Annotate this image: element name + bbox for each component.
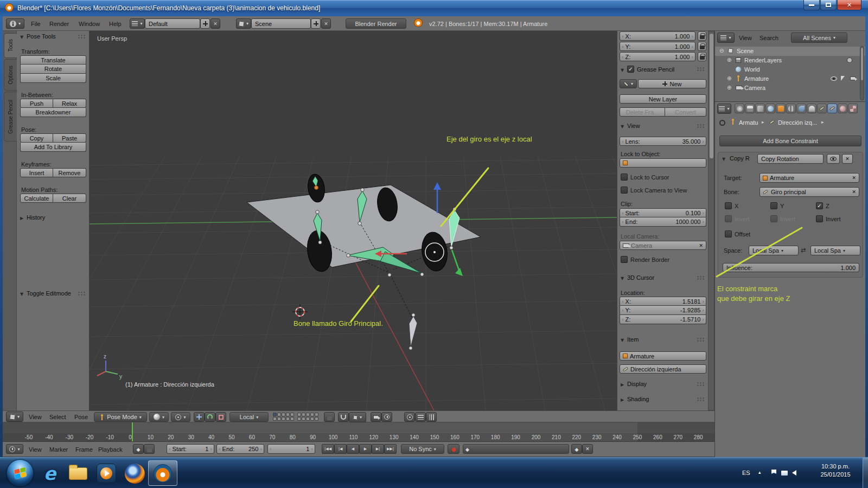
render-border-checkbox[interactable] xyxy=(621,256,628,263)
panel-shading-header[interactable]: Shading xyxy=(627,396,649,402)
restrict-view-icon[interactable] xyxy=(831,76,837,81)
tab-bone-constraint-icon[interactable] xyxy=(827,104,837,113)
lock-to-cursor-checkbox[interactable] xyxy=(621,174,628,181)
breadcrumb-object[interactable]: Armatu xyxy=(739,119,758,126)
maximize-button[interactable] xyxy=(820,0,837,10)
outliner-row-renderlayers[interactable]: RenderLayers xyxy=(715,56,865,65)
screen-layout-delete-button[interactable] xyxy=(210,18,220,29)
jump-to-start-button[interactable] xyxy=(322,444,334,454)
mode-dropdown[interactable]: Pose Mode xyxy=(94,412,147,422)
panel-drag-handle[interactable] xyxy=(697,337,705,342)
lock-range-button[interactable] xyxy=(144,444,155,454)
scale-lock-y-button[interactable] xyxy=(698,42,706,51)
add-to-library-button[interactable]: Add To Library xyxy=(20,143,86,152)
layer-toggle[interactable] xyxy=(273,413,277,416)
outliner-row-armature[interactable]: Armature xyxy=(715,74,865,84)
tray-clock[interactable]: 10:30 p.m. 25/01/2015 xyxy=(810,463,860,478)
view-menu[interactable]: View xyxy=(29,414,42,420)
screen-layout-field[interactable]: Default xyxy=(145,18,200,29)
tab-world-icon[interactable] xyxy=(765,104,775,113)
current-frame-field[interactable]: ‹1› xyxy=(267,444,315,454)
start-button[interactable] xyxy=(7,459,34,486)
outliner-row-world[interactable]: World xyxy=(715,65,865,74)
clear-paths-button[interactable]: Clear xyxy=(53,194,86,203)
screen-layout-add-button[interactable] xyxy=(200,18,210,29)
layer-toggle[interactable] xyxy=(302,417,305,421)
taskbar-explorer[interactable] xyxy=(67,463,89,484)
rotate-button[interactable]: Rotate xyxy=(20,65,86,74)
timeline-menu-marker[interactable]: Marker xyxy=(49,446,68,453)
layer-toggle[interactable] xyxy=(290,417,294,421)
panel-drag-handle[interactable] xyxy=(78,34,86,39)
timeline-menu-frame[interactable]: Frame xyxy=(75,446,93,453)
taskbar-blender-active[interactable] xyxy=(152,463,174,484)
panel-expand-icon[interactable] xyxy=(621,276,624,281)
outliner-scrollbar[interactable] xyxy=(860,46,864,100)
timeline-menu-playback[interactable]: Playback xyxy=(98,446,123,453)
panel-expand-icon[interactable] xyxy=(621,338,624,343)
calculate-paths-button[interactable]: Calculate xyxy=(20,194,53,203)
panel-collapsed-icon[interactable] xyxy=(621,382,624,387)
viewport-shading-dropdown[interactable] xyxy=(149,412,169,422)
snap-toggle-button[interactable] xyxy=(338,412,349,422)
snap-element-dropdown[interactable] xyxy=(349,412,366,422)
layer-toggle[interactable] xyxy=(273,417,277,421)
screen-layout-browse-button[interactable] xyxy=(130,18,145,29)
panel-grease-pencil-header[interactable]: Grease Pencil xyxy=(637,66,674,73)
layer-toggle[interactable] xyxy=(290,413,294,416)
taskbar-media-player[interactable] xyxy=(95,463,117,484)
panel-toggle-editmode-header[interactable]: Toggle Editmode xyxy=(27,290,71,297)
copy-pose-header-button[interactable] xyxy=(415,412,426,422)
expand-icon[interactable] xyxy=(727,57,731,63)
space-target-dropdown[interactable]: Local Spa xyxy=(810,246,860,255)
scale-lock-z-button[interactable] xyxy=(698,52,706,61)
add-bone-constraint-button[interactable]: Add Bone Constraint xyxy=(719,136,861,146)
grease-pencil-checkbox[interactable] xyxy=(627,66,634,73)
tab-texture-icon[interactable] xyxy=(848,104,858,113)
tab-render-icon[interactable] xyxy=(735,104,744,113)
panel-expand-icon[interactable] xyxy=(621,124,624,129)
clip-end-field[interactable]: ‹End:1000.000› xyxy=(620,217,706,227)
copy-pose-button[interactable]: Copy xyxy=(20,133,53,143)
breadcrumb-pin-icon[interactable] xyxy=(719,120,725,126)
outliner-filter-dropdown[interactable]: All Scenes xyxy=(791,33,847,43)
scale-y-field[interactable]: ‹Y:1.000› xyxy=(620,42,695,51)
transform-orientation-dropdown[interactable]: Local xyxy=(229,412,269,422)
manipulator-translate-toggle[interactable] xyxy=(194,412,205,422)
lock-to-scene-button[interactable] xyxy=(324,412,335,422)
constraint-mute-button[interactable] xyxy=(827,154,840,164)
tab-grease-pencil[interactable]: Grease Pencil xyxy=(4,92,17,142)
tab-material-icon[interactable] xyxy=(838,104,847,113)
taskbar-internet-explorer[interactable]: e xyxy=(39,463,61,484)
pose-menu[interactable]: Pose xyxy=(74,414,88,420)
panel-expand-icon[interactable] xyxy=(20,35,23,40)
expand-icon[interactable] xyxy=(727,75,731,81)
tray-network-icon[interactable] xyxy=(781,471,788,476)
editor-type-3dview-button[interactable] xyxy=(6,412,23,422)
timeline-track[interactable]: -50-40-30-20-100102030405060708090100110… xyxy=(3,422,714,442)
sync-dropdown[interactable]: No Sync xyxy=(401,444,444,454)
lock-camera-checkbox[interactable] xyxy=(621,187,628,194)
tab-options[interactable]: Options xyxy=(4,59,17,91)
menu-file[interactable]: File xyxy=(31,21,41,27)
outliner-menu-view[interactable]: View xyxy=(739,35,752,41)
play-reverse-button[interactable] xyxy=(347,444,359,454)
tab-render-layers-icon[interactable] xyxy=(745,104,755,113)
tray-action-center-icon[interactable] xyxy=(771,470,776,476)
panel-3d-cursor-header[interactable]: 3D Cursor xyxy=(627,274,654,281)
invert-z-checkbox[interactable] xyxy=(816,215,823,222)
tab-tools[interactable]: Tools xyxy=(4,33,17,58)
layer-toggle[interactable] xyxy=(277,417,281,421)
relax-button[interactable]: Relax xyxy=(53,99,86,108)
tab-bone-icon[interactable] xyxy=(817,104,827,113)
invert-x-checkbox[interactable] xyxy=(725,215,732,222)
taskbar-firefox[interactable] xyxy=(124,463,145,484)
new-layer-button[interactable]: New Layer xyxy=(620,94,706,104)
clip-start-field[interactable]: ‹Start:0.100› xyxy=(620,208,706,217)
grease-new-button[interactable]: New xyxy=(638,79,706,88)
axis-z-checkbox[interactable] xyxy=(816,202,823,209)
insert-keyframe-button[interactable]: Insert xyxy=(20,168,53,177)
panel-drag-handle[interactable] xyxy=(697,124,705,129)
breakdowner-button[interactable]: Breakdowner xyxy=(20,108,86,117)
offset-checkbox[interactable] xyxy=(725,230,732,237)
